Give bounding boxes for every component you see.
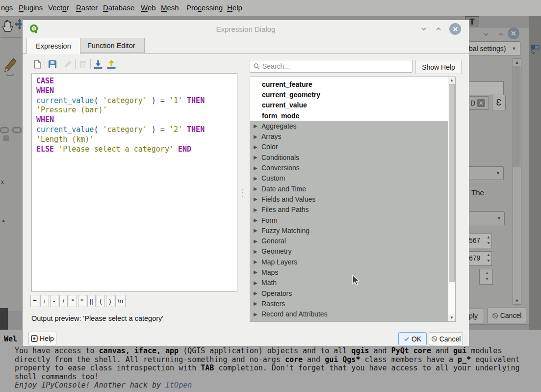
function-list-scrollbar[interactable]: ▲ ▼ <box>448 77 455 321</box>
function-group-item[interactable]: ▶Date and Time <box>250 183 448 194</box>
group-label: Record and Attributes <box>261 310 328 318</box>
operator-button[interactable]: = <box>30 295 39 307</box>
scroll-up-icon[interactable]: ▲ <box>448 77 455 84</box>
expression-code-editor[interactable]: CASEWHENcurrent_value( 'category' ) = '1… <box>31 73 237 292</box>
tab-expression[interactable]: Expression <box>26 38 80 54</box>
group-label: Files and Paths <box>261 206 309 213</box>
code-line: WHEN <box>36 115 232 125</box>
expand-arrow-icon[interactable]: ▶ <box>250 155 261 160</box>
unshade-window-icon[interactable] <box>433 23 444 35</box>
operator-buttons: =+-/*^||()\n <box>30 295 126 307</box>
scroll-down-icon[interactable]: ▼ <box>448 314 455 321</box>
code-line: 'Pressure (bar)' <box>36 105 232 115</box>
expand-arrow-icon[interactable]: ▶ <box>250 301 261 306</box>
group-label: General <box>261 237 286 245</box>
function-group-item[interactable]: ▶Arrays <box>250 131 448 141</box>
shade-window-icon[interactable] <box>418 23 430 35</box>
function-group-item[interactable]: ▶String <box>250 319 448 322</box>
new-expression-icon[interactable] <box>31 58 43 70</box>
expand-arrow-icon[interactable]: ▶ <box>250 165 261 171</box>
delete-expression-icon[interactable] <box>77 58 89 70</box>
expand-arrow-icon[interactable]: ▶ <box>250 196 261 202</box>
tab-label: Expression <box>36 42 71 50</box>
operator-button[interactable]: + <box>40 295 49 307</box>
group-label: Color <box>261 143 278 151</box>
qgis-window: ngsPluginsVectorRasterDatabaseWebMeshPro… <box>0 0 541 392</box>
function-item[interactable]: form_mode <box>250 110 448 121</box>
expand-arrow-icon[interactable]: ▶ <box>250 207 261 212</box>
function-group-item[interactable]: ▶Operators <box>250 288 448 298</box>
export-expressions-icon[interactable] <box>105 58 117 70</box>
group-label: String <box>261 320 280 322</box>
operator-button[interactable]: ) <box>106 295 114 307</box>
function-group-item[interactable]: ▶General <box>250 235 448 246</box>
expand-arrow-icon[interactable]: ▶ <box>250 259 261 264</box>
help-button[interactable]: Help <box>28 332 56 345</box>
search-icon <box>250 63 262 70</box>
function-search <box>250 60 412 73</box>
scrollbar-thumb[interactable] <box>449 84 455 282</box>
operator-button[interactable]: || <box>87 295 96 307</box>
operator-button[interactable]: - <box>50 295 58 307</box>
ok-button[interactable]: OK <box>398 332 427 345</box>
group-label: Conversions <box>261 164 300 172</box>
function-group-item[interactable]: ▶Form <box>250 215 448 225</box>
show-help-button[interactable]: Show Help <box>415 60 462 74</box>
operator-button[interactable]: ^ <box>78 295 86 307</box>
expand-arrow-icon[interactable]: ▶ <box>250 269 261 275</box>
group-label: Form <box>261 216 278 224</box>
cancel-button[interactable]: Cancel <box>429 332 463 345</box>
function-group-item[interactable]: ▶Conversions <box>250 162 448 173</box>
import-expressions-icon[interactable] <box>92 58 104 70</box>
tab-function-editor[interactable]: Function Editor <box>78 38 145 53</box>
expand-arrow-icon[interactable]: ▶ <box>250 228 261 233</box>
expand-arrow-icon[interactable]: ▶ <box>250 280 261 286</box>
expand-arrow-icon[interactable]: ▶ <box>250 312 261 317</box>
expand-arrow-icon[interactable]: ▶ <box>250 290 261 296</box>
group-label: Aggregates <box>261 122 297 130</box>
function-group-item[interactable]: ▶Fields and Values <box>250 194 448 204</box>
function-group-item[interactable]: ▶Color <box>250 142 448 152</box>
close-window-icon[interactable] <box>449 23 461 35</box>
function-group-item[interactable]: ▶Aggregates <box>250 121 448 131</box>
edit-expression-icon[interactable] <box>62 58 74 70</box>
help-button-label: Help <box>40 335 54 342</box>
function-group-item[interactable]: ▶Custom <box>250 173 448 183</box>
save-expression-icon[interactable] <box>47 58 58 70</box>
function-group-item[interactable]: ▶Fuzzy Matching <box>250 225 448 235</box>
search-input[interactable] <box>262 62 412 70</box>
expand-arrow-icon[interactable]: ▶ <box>250 123 261 129</box>
function-group-item[interactable]: ▶Geometry <box>250 246 448 257</box>
function-group-item[interactable]: ▶Maps <box>250 267 448 277</box>
expand-arrow-icon[interactable]: ▶ <box>250 144 261 150</box>
toolbar-separator <box>90 59 91 69</box>
expand-arrow-icon[interactable]: ▶ <box>250 134 261 139</box>
expand-arrow-icon[interactable]: ▶ <box>250 217 261 223</box>
dialog-titlebar[interactable]: Expression Dialog <box>23 20 469 38</box>
function-item[interactable]: current_value <box>250 100 448 110</box>
expand-arrow-icon[interactable]: ▶ <box>250 176 261 181</box>
operator-button[interactable]: * <box>69 295 77 307</box>
operator-button[interactable]: ( <box>97 295 105 307</box>
splitter-handle[interactable] <box>241 189 243 197</box>
operator-button[interactable]: \n <box>115 295 126 307</box>
function-group-item[interactable]: ▶Conditionals <box>250 152 448 162</box>
function-item[interactable]: current_feature <box>250 79 448 89</box>
expand-arrow-icon[interactable]: ▶ <box>250 249 261 254</box>
expand-arrow-icon[interactable]: ▶ <box>250 238 261 244</box>
code-line: current_value( 'category' ) = '1' THEN <box>36 96 232 106</box>
function-item[interactable]: current_geometry <box>250 89 448 100</box>
help-icon <box>31 335 38 342</box>
toolbar-separator <box>75 59 76 69</box>
function-group-item[interactable]: ▶Map Layers <box>250 257 448 267</box>
operator-button[interactable]: / <box>59 295 68 307</box>
group-label: Operators <box>261 289 292 297</box>
function-group-item[interactable]: ▶Files and Paths <box>250 205 448 215</box>
function-group-item[interactable]: ▶Math <box>250 278 448 288</box>
group-label: Custom <box>261 174 285 182</box>
code-line: current_value( 'category' ) = '2' THEN <box>36 125 232 135</box>
show-help-label: Show Help <box>422 63 455 71</box>
function-group-item[interactable]: ▶Rasters <box>250 298 448 309</box>
expand-arrow-icon[interactable]: ▶ <box>250 186 261 191</box>
function-group-item[interactable]: ▶Record and Attributes <box>250 309 448 319</box>
